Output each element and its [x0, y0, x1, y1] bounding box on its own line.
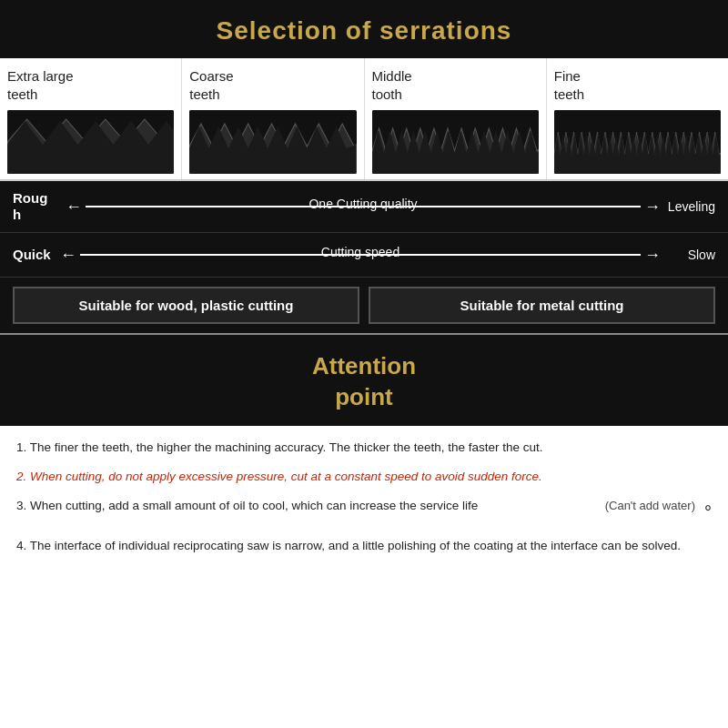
teeth-section: Extra largeteeth Coarseteeth Middletooth — [0, 58, 728, 181]
page-header: Selection of serrations — [0, 0, 728, 58]
note-2: 2. When cutting, do not apply excessive … — [16, 468, 712, 486]
suitable-metal: Suitable for metal cutting — [369, 287, 715, 324]
tooth-img-middle — [372, 110, 539, 174]
quality-arrow-left: ← — [66, 197, 82, 217]
page-title: Selection of serrations — [0, 16, 728, 46]
speed-arrow-right: → — [644, 246, 661, 265]
note-3: 3. When cutting, add a small amount of o… — [16, 497, 712, 526]
quality-center-label: One Cutting quality — [308, 197, 417, 211]
tooth-col-extra-large: Extra largeteeth — [0, 58, 182, 179]
note-4: 4. The interface of individual reciproca… — [16, 537, 712, 555]
speed-bar-line: Cutting speed — [80, 254, 641, 256]
speed-center-label: Cutting speed — [321, 245, 399, 259]
attention-title: Attentionpoint — [0, 351, 728, 413]
tooth-col-fine: Fineteeth — [547, 58, 728, 179]
tooth-img-coarse — [189, 110, 356, 174]
tooth-col-middle: Middletooth — [365, 58, 547, 179]
quality-left-label: Rough — [13, 190, 66, 223]
quality-arrow-container: One Cutting quality — [86, 194, 641, 219]
cutting-speed-bar: Quick ← Cutting speed → Slow — [0, 233, 728, 278]
suitable-bar: Suitable for wood, plastic cutting Suita… — [0, 278, 728, 335]
tooth-img-extra-large — [7, 110, 174, 174]
note-1: 1. The finer the teeth, the higher the m… — [16, 439, 712, 457]
tooth-label-middle: Middletooth — [372, 67, 539, 103]
quality-bar-line: One Cutting quality — [86, 206, 641, 207]
note-3-aside: (Can't add water) — [605, 497, 695, 515]
note-3-dot: ° — [704, 499, 712, 526]
tooth-label-coarse: Coarseteeth — [189, 67, 356, 103]
quality-right-label: Leveling — [661, 199, 715, 214]
notes-section: 1. The finer the teeth, the higher the m… — [0, 426, 728, 576]
quality-arrow-right: → — [644, 197, 661, 217]
attention-section: Attentionpoint — [0, 335, 728, 426]
speed-right-label: Slow — [661, 248, 715, 262]
tooth-label-fine: Fineteeth — [554, 67, 721, 103]
speed-arrow-container: Cutting speed — [80, 242, 641, 268]
cutting-quality-bar: Rough ← One Cutting quality → Leveling — [0, 181, 728, 233]
tooth-col-coarse: Coarseteeth — [182, 58, 364, 179]
note-3-text: 3. When cutting, add a small amount of o… — [16, 497, 596, 515]
speed-arrow-left: ← — [60, 246, 76, 265]
tooth-img-fine — [554, 110, 721, 174]
suitable-wood: Suitable for wood, plastic cutting — [13, 287, 359, 324]
speed-left-label: Quick — [13, 247, 60, 263]
tooth-label-extra-large: Extra largeteeth — [7, 67, 174, 103]
